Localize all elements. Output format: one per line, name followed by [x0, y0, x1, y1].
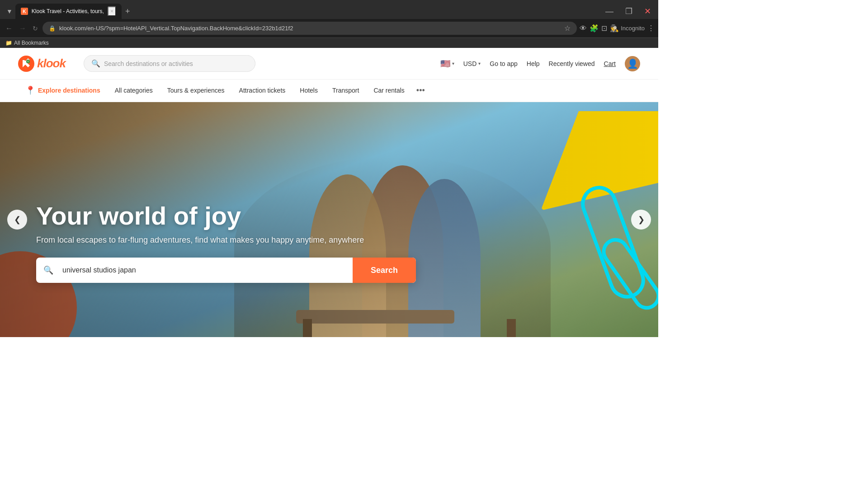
- nav-attraction-tickets[interactable]: Attraction tickets: [232, 80, 293, 102]
- back-button[interactable]: ←: [4, 23, 14, 34]
- nav-tours-label: Tours & experiences: [167, 87, 225, 94]
- flag-chevron: ▾: [452, 61, 454, 66]
- tab-title: Klook Travel - Activities, tours,: [32, 8, 104, 14]
- recently-viewed-link[interactable]: Recently viewed: [549, 60, 595, 67]
- browser-chrome: ▼ K Klook Travel - Activities, tours, × …: [0, 0, 658, 48]
- hero-subtitle: From local escapes to far-flung adventur…: [36, 235, 416, 245]
- svg-point-2: [26, 60, 30, 63]
- nav-more-button[interactable]: •••: [412, 80, 429, 102]
- browser-more-button[interactable]: ⋮: [647, 24, 655, 33]
- profile-icon[interactable]: ⊡: [601, 24, 607, 33]
- new-tab-button[interactable]: +: [122, 5, 134, 18]
- reload-button[interactable]: ↻: [31, 23, 40, 34]
- address-bar-row: ← → ↻ 🔒 klook.com/en-US/?spm=HotelAPI_Ve…: [0, 19, 658, 38]
- site-header: klook 🔍 Search destinations or activitie…: [0, 48, 658, 80]
- language-selector[interactable]: 🇺🇸 ▾: [440, 59, 454, 69]
- nav-transport-label: Transport: [332, 87, 359, 94]
- header-search-icon: 🔍: [91, 59, 100, 68]
- window-controls: — ❐ ✕: [602, 5, 655, 18]
- more-symbol: •••: [416, 86, 425, 95]
- tab-favicon: K: [21, 8, 28, 15]
- extensions-icon[interactable]: 🧩: [590, 24, 599, 33]
- hero-next-button[interactable]: ❯: [631, 210, 651, 230]
- nav-all-categories-label: All categories: [115, 87, 153, 94]
- hero-section: Your world of joy From local escapes to …: [0, 102, 658, 337]
- url-text: klook.com/en-US/?spm=HotelAPI_Vertical.T…: [59, 25, 561, 32]
- hero-search-icon: 🔍: [36, 265, 53, 275]
- nav-transport[interactable]: Transport: [325, 80, 366, 102]
- close-window-button[interactable]: ✕: [641, 5, 655, 18]
- klook-logo-icon: [18, 56, 34, 72]
- bookmarks-bar: 📁 All Bookmarks: [0, 38, 658, 48]
- hero-search-input[interactable]: [53, 266, 353, 274]
- hero-search-button[interactable]: Search: [353, 258, 416, 283]
- nav-tours-experiences[interactable]: Tours & experiences: [160, 80, 232, 102]
- active-tab[interactable]: K Klook Travel - Activities, tours, ×: [15, 4, 122, 19]
- nav-hotels-label: Hotels: [300, 87, 318, 94]
- header-search-placeholder: Search destinations or activities: [104, 60, 193, 67]
- header-search-bar[interactable]: 🔍 Search destinations or activities: [84, 55, 255, 72]
- nav-car-rentals[interactable]: Car rentals: [366, 80, 411, 102]
- incognito-indicator: 🕵 Incognito: [610, 24, 645, 33]
- website: klook 🔍 Search destinations or activitie…: [0, 48, 658, 337]
- site-navigation: 📍 Explore destinations All categories To…: [0, 80, 658, 102]
- nav-explore-destinations[interactable]: 📍 Explore destinations: [18, 80, 108, 102]
- nav-car-rentals-label: Car rentals: [373, 87, 404, 94]
- nav-attraction-label: Attraction tickets: [239, 87, 286, 94]
- location-dot-icon: 📍: [25, 85, 35, 95]
- bookmarks-folder-icon: 📁: [5, 40, 12, 46]
- hero-content: Your world of joy From local escapes to …: [36, 202, 416, 283]
- maximize-button[interactable]: ❐: [622, 5, 636, 18]
- incognito-icon: 🕵: [610, 24, 619, 33]
- bookmarks-label[interactable]: All Bookmarks: [14, 40, 49, 46]
- tab-list-button[interactable]: ▼: [4, 6, 15, 17]
- lock-icon: 🔒: [49, 25, 56, 32]
- klook-logo[interactable]: klook: [18, 56, 66, 72]
- flag-emoji: 🇺🇸: [440, 59, 450, 69]
- nav-hotels[interactable]: Hotels: [292, 80, 325, 102]
- logo-text: klook: [37, 56, 66, 70]
- hero-search-bar: 🔍 Search: [36, 258, 416, 283]
- nav-all-categories[interactable]: All categories: [108, 80, 160, 102]
- visibility-icon: 👁: [580, 24, 587, 33]
- hero-title: Your world of joy: [36, 202, 416, 230]
- tab-close-button[interactable]: ×: [108, 6, 116, 16]
- header-right: 🇺🇸 ▾ USD ▾ Go to app Help Recently viewe…: [440, 56, 640, 71]
- hero-prev-button[interactable]: ❮: [7, 210, 27, 230]
- incognito-text: Incognito: [621, 25, 645, 32]
- forward-button[interactable]: →: [17, 23, 28, 34]
- address-input[interactable]: 🔒 klook.com/en-US/?spm=HotelAPI_Vertical…: [42, 22, 577, 35]
- user-avatar[interactable]: 👤: [625, 56, 640, 71]
- currency-label: USD: [463, 60, 477, 67]
- bookmark-icon[interactable]: ☆: [564, 24, 571, 33]
- currency-selector[interactable]: USD ▾: [463, 60, 481, 67]
- nav-explore-label: Explore destinations: [38, 87, 100, 94]
- minimize-button[interactable]: —: [602, 5, 617, 18]
- currency-chevron: ▾: [478, 61, 481, 66]
- cart-link[interactable]: Cart: [604, 60, 616, 67]
- help-link[interactable]: Help: [527, 60, 540, 67]
- go-to-app-link[interactable]: Go to app: [490, 60, 518, 67]
